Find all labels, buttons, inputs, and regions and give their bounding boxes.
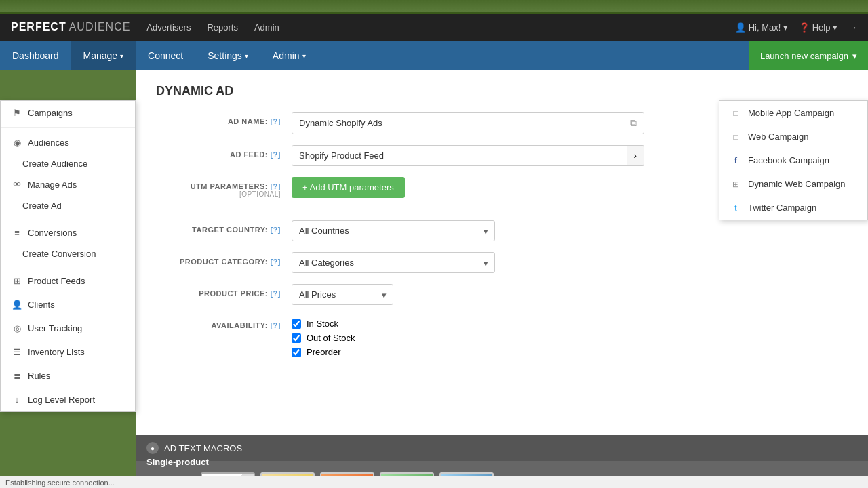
product-category-select[interactable]: All Categories bbox=[292, 252, 495, 273]
out-of-stock-checkbox-item[interactable]: Out of Stock bbox=[292, 333, 644, 343]
menu-audiences[interactable]: ◉ Audiences bbox=[1, 131, 135, 155]
menu-product-feeds[interactable]: ⊞ Product Feeds bbox=[1, 269, 135, 293]
divider-2 bbox=[1, 218, 135, 218]
product-price-label: PRODUCT PRICE: [?] bbox=[156, 284, 292, 298]
menu-create-ad[interactable]: Create Ad bbox=[1, 197, 135, 215]
product-price-select[interactable]: All Prices bbox=[292, 284, 393, 305]
ad-feed-help[interactable]: [?] bbox=[270, 150, 281, 159]
in-stock-checkbox[interactable] bbox=[292, 319, 301, 329]
menu-create-audience[interactable]: Create Audience bbox=[1, 155, 135, 173]
ad-feed-control: Shopify Product Feed › bbox=[292, 145, 644, 166]
logo-perfect: PERFECT bbox=[11, 21, 66, 33]
blue-navbar: Dashboard Manage ▾ Connect Settings ▾ Ad… bbox=[0, 41, 868, 70]
in-stock-checkbox-item[interactable]: In Stock bbox=[292, 319, 644, 329]
macros-circle-icon: ● bbox=[146, 442, 159, 454]
logo-audience: AUDIENCE bbox=[69, 21, 131, 33]
dropdown-dynamic-web[interactable]: ⊞ Dynamic Web Campaign bbox=[719, 172, 867, 196]
dropdown-facebook-campaign[interactable]: f Facebook Campaign bbox=[719, 148, 867, 172]
product-price-help[interactable]: [?] bbox=[270, 289, 281, 298]
target-country-select[interactable]: All Countries United States United Kingd… bbox=[292, 220, 495, 241]
main-wrapper: ⚑ Campaigns ◉ Audiences Create Audience … bbox=[0, 70, 868, 488]
dropdown-mobile-app[interactable]: □ Mobile App Campaign bbox=[719, 101, 867, 125]
audiences-icon: ◉ bbox=[12, 138, 22, 148]
availability-label: AVAILABILITY: [?] bbox=[156, 316, 292, 329]
rules-icon: ≣ bbox=[12, 371, 22, 381]
web-campaign-icon: □ bbox=[730, 132, 741, 142]
nav-settings[interactable]: Settings ▾ bbox=[195, 41, 260, 70]
manage-ads-icon: 👁 bbox=[12, 180, 22, 190]
user-tracking-icon: ◎ bbox=[12, 323, 22, 333]
nav-link-advertisers[interactable]: Advertisers bbox=[146, 22, 191, 33]
product-category-row: PRODUCT CATEGORY: [?] All Categories bbox=[156, 252, 848, 273]
twitter-icon: t bbox=[730, 203, 741, 213]
dropdown-web-campaign[interactable]: □ Web Campaign bbox=[719, 125, 867, 148]
target-country-row: TARGET COUNTRY: [?] All Countries United… bbox=[156, 220, 848, 241]
menu-create-conversion[interactable]: Create Conversion bbox=[1, 245, 135, 263]
product-feeds-icon: ⊞ bbox=[12, 276, 22, 286]
manage-dropdown: ⚑ Campaigns ◉ Audiences Create Audience … bbox=[0, 100, 136, 412]
user-menu[interactable]: 👤 Hi, Max! ▾ bbox=[735, 22, 788, 33]
top-nav-left: PERFECT AUDIENCE Advertisers Reports Adm… bbox=[11, 21, 279, 33]
product-category-help[interactable]: [?] bbox=[270, 258, 281, 266]
conversions-icon: ≡ bbox=[12, 228, 22, 238]
target-country-help[interactable]: [?] bbox=[270, 226, 281, 234]
clients-icon: 👤 bbox=[12, 300, 22, 310]
target-country-select-wrapper: All Countries United States United Kingd… bbox=[292, 220, 495, 241]
ad-name-label: AD NAME: [?] bbox=[156, 112, 292, 125]
divider-3 bbox=[1, 266, 135, 266]
menu-user-tracking[interactable]: ◎ User Tracking bbox=[1, 317, 135, 340]
menu-conversions[interactable]: ≡ Conversions bbox=[1, 221, 135, 245]
utm-control: + Add UTM parameters bbox=[292, 177, 644, 198]
nav-dashboard[interactable]: Dashboard bbox=[0, 41, 71, 70]
mobile-app-icon: □ bbox=[730, 108, 741, 118]
log-level-icon: ↓ bbox=[12, 394, 22, 405]
menu-manage-ads[interactable]: 👁 Manage Ads bbox=[1, 173, 135, 197]
out-of-stock-checkbox[interactable] bbox=[292, 333, 301, 343]
copy-icon[interactable]: ⧉ bbox=[630, 117, 637, 129]
status-bar: Establishing secure connection... bbox=[0, 476, 868, 488]
ad-feed-select[interactable]: Shopify Product Feed bbox=[292, 145, 627, 166]
nav-link-reports[interactable]: Reports bbox=[207, 22, 238, 33]
product-category-select-wrapper: All Categories bbox=[292, 252, 495, 273]
nav-admin[interactable]: Admin ▾ bbox=[260, 41, 318, 70]
menu-log-level-report[interactable]: ↓ Log Level Report bbox=[1, 388, 135, 411]
availability-control: In Stock Out of Stock Preorder bbox=[292, 316, 644, 357]
grass-top-decoration bbox=[0, 0, 868, 14]
product-category-label: PRODUCT CATEGORY: [?] bbox=[156, 252, 292, 266]
target-country-control: All Countries United States United Kingd… bbox=[292, 220, 644, 241]
utm-help[interactable]: [?] bbox=[270, 182, 281, 190]
ad-name-control: ⧉ bbox=[292, 112, 644, 134]
preorder-checkbox[interactable] bbox=[292, 348, 301, 357]
launch-campaign-button[interactable]: Launch new campaign ▾ bbox=[749, 41, 868, 70]
logout-button[interactable]: → bbox=[848, 22, 857, 33]
manage-caret: ▾ bbox=[120, 52, 123, 60]
ad-name-help[interactable]: [?] bbox=[270, 117, 281, 125]
product-category-control: All Categories bbox=[292, 252, 644, 273]
ad-name-input-wrapper: ⧉ bbox=[292, 112, 644, 134]
nav-manage[interactable]: Manage ▾ bbox=[71, 41, 136, 70]
launch-campaign-dropdown: □ Mobile App Campaign □ Web Campaign f F… bbox=[719, 100, 868, 220]
menu-rules[interactable]: ≣ Rules bbox=[1, 364, 135, 388]
dynamic-web-icon: ⊞ bbox=[730, 180, 741, 189]
feed-arrow-btn[interactable]: › bbox=[627, 145, 644, 166]
target-country-label: TARGET COUNTRY: [?] bbox=[156, 220, 292, 234]
availability-checkboxes: In Stock Out of Stock Preorder bbox=[292, 316, 644, 357]
campaigns-icon: ⚑ bbox=[12, 108, 22, 118]
menu-campaigns[interactable]: ⚑ Campaigns bbox=[1, 101, 135, 125]
settings-caret: ▾ bbox=[245, 52, 248, 60]
top-nav-right: 👤 Hi, Max! ▾ ❓ Help ▾ → bbox=[735, 22, 857, 33]
dropdown-twitter-campaign[interactable]: t Twitter Campaign bbox=[719, 196, 867, 220]
help-menu[interactable]: ❓ Help ▾ bbox=[799, 22, 837, 33]
status-text: Establishing secure connection... bbox=[5, 479, 115, 487]
preorder-checkbox-item[interactable]: Preorder bbox=[292, 347, 644, 357]
ad-name-input[interactable] bbox=[299, 118, 603, 128]
menu-inventory-lists[interactable]: ☰ Inventory Lists bbox=[1, 340, 135, 364]
add-utm-button[interactable]: + Add UTM parameters bbox=[292, 177, 405, 198]
divider-1 bbox=[1, 127, 135, 128]
availability-help[interactable]: [?] bbox=[270, 321, 281, 329]
ad-feed-label: AD FEED: [?] bbox=[156, 145, 292, 159]
nav-link-admin[interactable]: Admin bbox=[254, 22, 279, 33]
blue-nav-left: Dashboard Manage ▾ Connect Settings ▾ Ad… bbox=[0, 41, 318, 70]
nav-connect[interactable]: Connect bbox=[136, 41, 195, 70]
menu-clients[interactable]: 👤 Clients bbox=[1, 293, 135, 317]
